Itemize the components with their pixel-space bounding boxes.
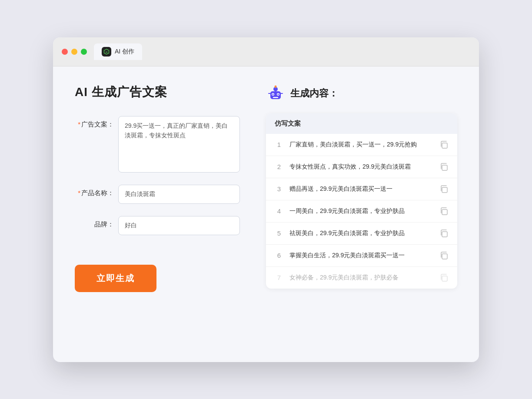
result-row-6: 6 掌握美白生活，29.9元美白淡斑霜买一送一: [266, 245, 457, 267]
brand-input[interactable]: [118, 216, 240, 235]
main-content: AI 生成广告文案 *广告文案： 29.9买一送一，真正的厂家直销，美白淡斑霜，…: [53, 66, 479, 362]
copy-icon-7[interactable]: [439, 273, 449, 283]
result-row-5: 5 祛斑美白，29.9元美白淡斑霜，专业护肤品: [266, 223, 457, 245]
row-num-3: 3: [275, 185, 283, 193]
result-row-7: 7 女神必备，29.9元美白淡斑霜，护肤必备: [266, 267, 457, 289]
product-name-label: *产品名称：: [75, 185, 114, 197]
svg-rect-18: [442, 254, 447, 259]
row-text-7: 女神必备，29.9元美白淡斑霜，护肤必备: [289, 273, 433, 282]
ad-copy-group: *广告文案： 29.9买一送一，真正的厂家直销，美白淡斑霜，专抹女性斑点: [75, 116, 240, 173]
page-title: AI 生成广告文案: [75, 84, 240, 100]
brand-group: 品牌：: [75, 216, 240, 235]
svg-point-12: [275, 85, 277, 87]
row-num-7: 7: [275, 274, 283, 281]
copy-icon-4[interactable]: [439, 206, 449, 216]
copy-icon-3[interactable]: [439, 184, 449, 194]
svg-rect-19: [442, 276, 447, 281]
result-row-3: 3 赠品再送，29.9元美白淡斑霜买一送一: [266, 178, 457, 200]
maximize-button[interactable]: [81, 49, 87, 55]
result-row-2: 2 专抹女性斑点，真实功效，29.9元美白淡斑霜: [266, 156, 457, 178]
result-row-4: 4 一周美白，29.9元美白淡斑霜，专业护肤品: [266, 200, 457, 223]
ai-tab[interactable]: AI AI 创作: [94, 43, 142, 60]
copy-icon-2[interactable]: [439, 162, 449, 172]
product-name-group: *产品名称：: [75, 185, 240, 204]
row-text-5: 祛斑美白，29.9元美白淡斑霜，专业护肤品: [289, 229, 433, 238]
result-title: 生成内容：: [290, 87, 338, 100]
table-header: 仿写文案: [266, 113, 457, 134]
row-num-4: 4: [275, 207, 283, 215]
ai-tab-icon: AI: [102, 47, 111, 57]
svg-point-7: [273, 93, 274, 95]
copy-icon-1[interactable]: [439, 140, 449, 150]
brand-label: 品牌：: [75, 216, 114, 229]
left-panel: AI 生成广告文案 *广告文案： 29.9买一送一，真正的厂家直销，美白淡斑霜，…: [75, 84, 240, 345]
row-num-5: 5: [275, 229, 283, 237]
svg-rect-9: [273, 97, 278, 98]
svg-rect-16: [442, 209, 447, 215]
title-bar: AI AI 创作: [53, 37, 479, 66]
ad-copy-label: *广告文案：: [75, 116, 114, 129]
row-text-6: 掌握美白生活，29.9元美白淡斑霜买一送一: [289, 251, 433, 260]
svg-text:AI: AI: [106, 50, 108, 53]
result-row-1: 1 厂家直销，美白淡斑霜，买一送一，29.9元抢购: [266, 134, 457, 156]
ad-copy-input[interactable]: 29.9买一送一，真正的厂家直销，美白淡斑霜，专抹女性斑点: [118, 116, 240, 173]
minimize-button[interactable]: [71, 49, 77, 55]
row-text-4: 一周美白，29.9元美白淡斑霜，专业护肤品: [289, 206, 433, 216]
svg-rect-13: [442, 143, 447, 148]
close-button[interactable]: [62, 49, 68, 55]
browser-window: AI AI 创作 AI 生成广告文案 *广告文案： 29.9买一送一，真正的厂家…: [53, 37, 479, 362]
svg-rect-15: [442, 187, 447, 193]
row-text-3: 赠品再送，29.9元美白淡斑霜买一送一: [289, 184, 433, 193]
svg-rect-14: [442, 165, 447, 170]
svg-rect-17: [442, 232, 447, 237]
row-text-1: 厂家直销，美白淡斑霜，买一送一，29.9元抢购: [289, 140, 433, 149]
row-num-2: 2: [275, 163, 283, 170]
traffic-lights: [62, 49, 87, 55]
row-num-1: 1: [275, 141, 283, 148]
result-header: 生成内容：: [266, 84, 457, 103]
required-star-2: *: [78, 189, 80, 196]
generate-button[interactable]: 立即生成: [75, 265, 156, 292]
result-table: 仿写文案 1 厂家直销，美白淡斑霜，买一送一，29.9元抢购 2 专抹女性斑点，…: [266, 113, 457, 289]
tab-label: AI 创作: [115, 48, 134, 56]
product-name-input[interactable]: [118, 185, 240, 204]
required-star-1: *: [78, 120, 80, 128]
row-text-2: 专抹女性斑点，真实功效，29.9元美白淡斑霜: [289, 162, 433, 171]
svg-point-8: [278, 93, 279, 95]
right-panel: 生成内容： 仿写文案 1 厂家直销，美白淡斑霜，买一送一，29.9元抢购 2 专…: [266, 84, 457, 345]
robot-icon: [266, 84, 285, 103]
copy-icon-5[interactable]: [439, 229, 449, 238]
copy-icon-6[interactable]: [439, 251, 449, 260]
row-num-6: 6: [275, 252, 283, 259]
